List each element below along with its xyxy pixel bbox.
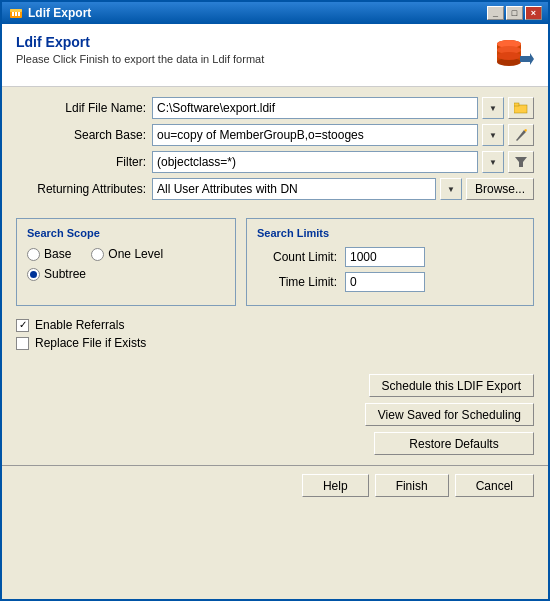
replace-file-row[interactable]: Replace File if Exists (16, 336, 534, 350)
db-export-icon (492, 34, 534, 76)
form-section: Ldif File Name: ▼ Search Base: ▼ (2, 87, 548, 210)
help-button[interactable]: Help (302, 474, 369, 497)
cancel-button[interactable]: Cancel (455, 474, 534, 497)
filter-label: Filter: (16, 155, 146, 169)
search-base-row: Search Base: ▼ (16, 124, 534, 146)
enable-referrals-row[interactable]: Enable Referrals (16, 318, 534, 332)
replace-file-checkbox[interactable] (16, 337, 29, 350)
filter-input[interactable] (152, 151, 478, 173)
svg-rect-4 (18, 12, 20, 16)
filter-icon (514, 155, 528, 169)
search-base-input[interactable] (152, 124, 478, 146)
radio-one-level-label: One Level (108, 247, 163, 261)
search-scope-top-row: Base One Level (27, 247, 225, 261)
header-section: Ldif Export Please Click Finish to expor… (2, 24, 548, 87)
action-buttons-section: Schedule this LDIF Export View Saved for… (2, 354, 548, 465)
header-subtitle: Please Click Finish to export the data i… (16, 53, 264, 65)
radio-base-label: Base (44, 247, 71, 261)
filter-row: Filter: ▼ (16, 151, 534, 173)
enable-referrals-label: Enable Referrals (35, 318, 124, 332)
maximize-button[interactable]: □ (506, 6, 523, 20)
svg-marker-14 (516, 130, 526, 141)
search-base-dropdown[interactable]: ▼ (482, 124, 504, 146)
ldif-file-name-input[interactable] (152, 97, 478, 119)
view-saved-button[interactable]: View Saved for Scheduling (365, 403, 534, 426)
enable-referrals-checkbox[interactable] (16, 319, 29, 332)
ldif-file-name-label: Ldif File Name: (16, 101, 146, 115)
window-title: Ldif Export (28, 6, 91, 20)
returning-attrs-input[interactable] (152, 178, 436, 200)
radio-subtree-label: Subtree (44, 267, 86, 281)
search-limits-panel: Search Limits Count Limit: Time Limit: (246, 218, 534, 306)
title-buttons: _ □ × (487, 6, 542, 20)
title-bar: Ldif Export _ □ × (2, 2, 548, 24)
footer-bar: Help Finish Cancel (2, 465, 548, 505)
svg-rect-2 (12, 12, 14, 16)
search-limits-title: Search Limits (257, 227, 523, 239)
radio-one-level[interactable]: One Level (91, 247, 163, 261)
ldif-file-name-row: Ldif File Name: ▼ (16, 97, 534, 119)
replace-file-label: Replace File if Exists (35, 336, 146, 350)
ldif-file-name-dropdown[interactable]: ▼ (482, 97, 504, 119)
time-limit-label: Time Limit: (257, 275, 337, 289)
header-title: Ldif Export (16, 34, 264, 50)
search-base-label: Search Base: (16, 128, 146, 142)
svg-rect-3 (15, 12, 17, 16)
search-scope-panel: Search Scope Base One Level Subtree (16, 218, 236, 306)
folder-icon (514, 102, 528, 114)
svg-rect-13 (514, 103, 519, 106)
radio-subtree-input[interactable] (27, 268, 40, 281)
finish-button[interactable]: Finish (375, 474, 449, 497)
search-scope-title: Search Scope (27, 227, 225, 239)
browse-button[interactable]: Browse... (466, 178, 534, 200)
restore-defaults-button[interactable]: Restore Defaults (374, 432, 534, 455)
filter-edit-button[interactable] (508, 151, 534, 173)
schedule-button[interactable]: Schedule this LDIF Export (369, 374, 534, 397)
pencil-icon (514, 128, 528, 142)
time-limit-row: Time Limit: (257, 272, 523, 292)
svg-rect-1 (10, 9, 22, 12)
returning-attrs-label: Returning Attributes: (16, 182, 146, 196)
radio-one-level-input[interactable] (91, 248, 104, 261)
count-limit-input[interactable] (345, 247, 425, 267)
count-limit-row: Count Limit: (257, 247, 523, 267)
svg-marker-11 (520, 53, 534, 65)
search-scope-bottom-row: Subtree (27, 267, 225, 281)
close-button[interactable]: × (525, 6, 542, 20)
radio-subtree[interactable]: Subtree (27, 267, 86, 281)
panels-row: Search Scope Base One Level Subtree (2, 210, 548, 314)
radio-base[interactable]: Base (27, 247, 71, 261)
filter-dropdown[interactable]: ▼ (482, 151, 504, 173)
svg-point-10 (497, 52, 521, 60)
ldif-file-browse-button[interactable] (508, 97, 534, 119)
count-limit-label: Count Limit: (257, 250, 337, 264)
returning-attrs-dropdown[interactable]: ▼ (440, 178, 462, 200)
checkboxes-section: Enable Referrals Replace File if Exists (2, 314, 548, 354)
window-icon (8, 5, 24, 21)
returning-attrs-row: Returning Attributes: ▼ Browse... (16, 178, 534, 200)
minimize-button[interactable]: _ (487, 6, 504, 20)
main-window: Ldif Export _ □ × Ldif Export Please Cli… (0, 0, 550, 601)
radio-base-input[interactable] (27, 248, 40, 261)
svg-marker-16 (515, 157, 527, 167)
time-limit-input[interactable] (345, 272, 425, 292)
search-base-edit-button[interactable] (508, 124, 534, 146)
